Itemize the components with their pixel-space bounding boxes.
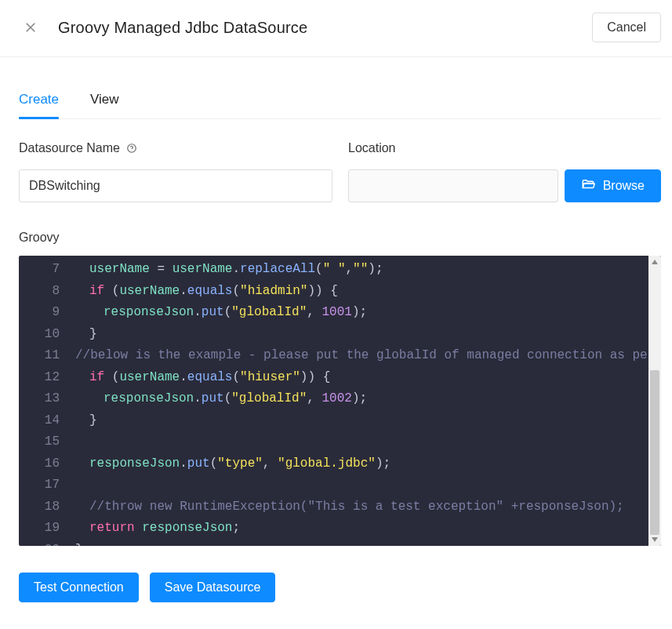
- scroll-down-icon[interactable]: [648, 533, 661, 546]
- location-input[interactable]: [348, 169, 558, 202]
- tab-create[interactable]: Create: [19, 85, 59, 118]
- line-number: 16: [19, 453, 60, 475]
- page-title: Groovy Managed Jdbc DataSource: [58, 19, 307, 37]
- line-number: 7: [19, 259, 60, 281]
- test-connection-button[interactable]: Test Connection: [19, 573, 139, 602]
- line-number: 11: [19, 345, 60, 367]
- field-location: Location Browse: [348, 141, 661, 202]
- field-datasource-name: Datasource Name: [19, 141, 332, 202]
- scroll-up-icon[interactable]: [648, 256, 661, 268]
- save-datasource-button[interactable]: Save Datasource: [150, 573, 276, 602]
- editor-scrollbar[interactable]: [648, 256, 661, 546]
- folder-open-icon: [581, 177, 595, 195]
- code-line[interactable]: [75, 431, 661, 453]
- code-line[interactable]: responseJson.put("globalId", 1001);: [75, 302, 661, 324]
- header-left: Groovy Managed Jdbc DataSource: [24, 19, 307, 37]
- code-line[interactable]: responseJson.put("type", "global.jdbc");: [75, 453, 661, 475]
- code-line[interactable]: [75, 474, 661, 496]
- editor-code[interactable]: userName = userName.replaceAll(" ","");i…: [67, 256, 661, 546]
- line-number: 15: [19, 431, 60, 453]
- location-row: Browse: [348, 169, 661, 202]
- datasource-name-label: Datasource Name: [19, 141, 332, 155]
- line-number: 8: [19, 281, 60, 303]
- browse-label: Browse: [603, 179, 645, 193]
- label-text: Location: [348, 141, 396, 155]
- code-line[interactable]: userName = userName.replaceAll(" ","");: [75, 259, 661, 281]
- content: Create View Datasource Name Location: [0, 57, 672, 629]
- cancel-button[interactable]: Cancel: [592, 13, 661, 42]
- location-label: Location: [348, 141, 661, 155]
- groovy-label: Groovy: [19, 231, 661, 245]
- line-number: 9: [19, 302, 60, 324]
- tabs: Create View: [19, 85, 661, 119]
- footer-actions: Test Connection Save Datasource: [19, 573, 661, 602]
- code-line[interactable]: //below is the example - please put the …: [75, 345, 661, 367]
- scroll-track[interactable]: [648, 268, 661, 533]
- editor-gutter: 7891011121314151617181920: [19, 256, 67, 546]
- code-editor[interactable]: 7891011121314151617181920 userName = use…: [19, 256, 661, 546]
- label-text: Datasource Name: [19, 141, 120, 155]
- line-number: 18: [19, 496, 60, 518]
- browse-button[interactable]: Browse: [565, 169, 661, 202]
- code-line[interactable]: responseJson.put("globalId", 1002);: [75, 388, 661, 410]
- code-line[interactable]: //throw new RuntimeException("This is a …: [75, 496, 661, 518]
- code-line[interactable]: }: [75, 540, 661, 547]
- code-line[interactable]: return responseJson;: [75, 518, 661, 540]
- line-number: 12: [19, 367, 60, 389]
- line-number: 13: [19, 388, 60, 410]
- code-line[interactable]: if (userName.equals("hiadmin")) {: [75, 281, 661, 303]
- datasource-name-input[interactable]: [19, 169, 332, 202]
- tab-view[interactable]: View: [90, 85, 119, 118]
- code-line[interactable]: if (userName.equals("hiuser")) {: [75, 367, 661, 389]
- code-line[interactable]: }: [75, 410, 661, 432]
- scroll-thumb[interactable]: [650, 370, 659, 535]
- svg-point-1: [132, 151, 133, 151]
- modal-header: Groovy Managed Jdbc DataSource Cancel: [0, 0, 672, 57]
- line-number: 19: [19, 518, 60, 540]
- code-line[interactable]: }: [75, 324, 661, 346]
- help-icon[interactable]: [126, 143, 137, 154]
- line-number: 14: [19, 410, 60, 432]
- line-number: 20: [19, 540, 60, 547]
- line-number: 17: [19, 474, 60, 496]
- line-number: 10: [19, 324, 60, 346]
- close-icon[interactable]: [24, 20, 38, 35]
- form-row: Datasource Name Location Browse: [19, 141, 661, 202]
